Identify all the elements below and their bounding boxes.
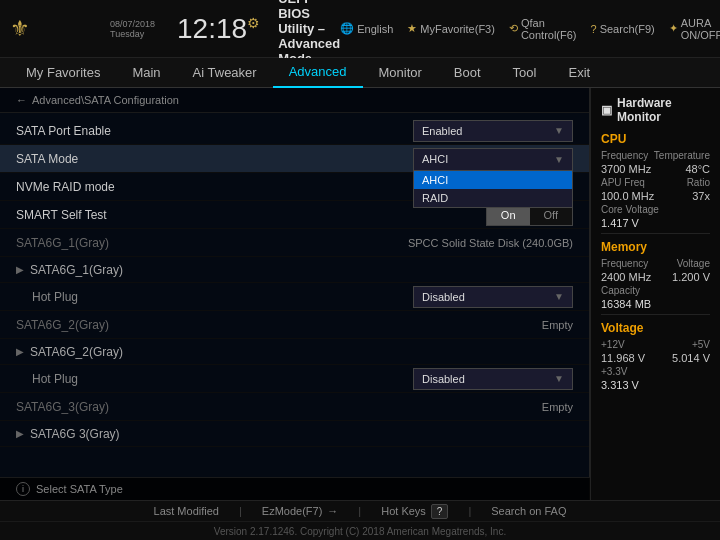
hw-33v-value-row: 3.313 V: [601, 379, 710, 391]
nav-tool[interactable]: Tool: [497, 58, 553, 88]
hot-plug-1-arrow-icon: ▼: [554, 291, 564, 302]
sata6g2-static-row: SATA6G_2(Gray) Empty: [0, 311, 589, 339]
hw-core-voltage-label-row: Core Voltage: [601, 204, 710, 215]
hw-cpu-freq-temp-labels: Frequency Temperature: [601, 150, 710, 161]
hw-33v-label-row: +3.3V: [601, 366, 710, 377]
hot-plug-2-dropdown[interactable]: Disabled ▼: [413, 368, 573, 390]
hot-plug-1-value: Disabled: [422, 291, 465, 303]
favorites-icon: ★: [407, 22, 417, 35]
footer-hotkeys[interactable]: Hot Keys ?: [381, 504, 448, 519]
search-tool[interactable]: ? Search(F9): [591, 23, 655, 35]
sata-dropdown-arrow-icon: ▼: [554, 154, 564, 165]
language-selector[interactable]: 🌐 English: [340, 22, 393, 35]
header-tools: 🌐 English ★ MyFavorite(F3) ⟲ Qfan Contro…: [340, 17, 720, 41]
hotkeys-label: Hot Keys: [381, 505, 426, 517]
aura-tool[interactable]: ✦ AURA ON/OFF(F4): [669, 17, 720, 41]
hw-mem-capacity-value: 16384 MB: [601, 298, 651, 310]
hot-plug-1-label: Hot Plug: [16, 290, 393, 304]
language-icon: 🌐: [340, 22, 354, 35]
info-text: Select SATA Type: [36, 483, 123, 495]
hw-core-voltage-value: 1.417 V: [601, 217, 639, 229]
sata6g2-info: Empty: [542, 319, 573, 331]
nav-ai-tweaker[interactable]: Ai Tweaker: [177, 58, 273, 88]
sata-mode-dropdown-header[interactable]: AHCI ▼: [413, 148, 573, 170]
nav-main[interactable]: Main: [116, 58, 176, 88]
sata6g1-expand-row[interactable]: ▶ SATA6G_1(Gray): [0, 257, 589, 283]
hot-plug-1-control: Disabled ▼: [393, 286, 573, 308]
hot-plug-1-dropdown[interactable]: Disabled ▼: [413, 286, 573, 308]
qfan-control-tool[interactable]: ⟲ Qfan Control(F6): [509, 17, 577, 41]
hw-ratio-label: Ratio: [687, 177, 710, 188]
search-label: Search(F9): [600, 23, 655, 35]
expand-arrow-icon: ▶: [16, 264, 24, 275]
footer: Last Modified | EzMode(F7) → | Hot Keys …: [0, 500, 720, 540]
hw-12v-label: +12V: [601, 339, 625, 350]
footer-divider-1: |: [239, 505, 242, 517]
left-panel: ← Advanced\SATA Configuration SATA Port …: [0, 88, 590, 500]
hot-plug-2-value: Disabled: [422, 373, 465, 385]
hw-mem-freq-value: 2400 MHz: [601, 271, 651, 283]
back-arrow-icon[interactable]: ←: [16, 94, 27, 106]
hot-plug-2-label: Hot Plug: [16, 372, 393, 386]
favorites-label: MyFavorite(F3): [420, 23, 495, 35]
asus-logo-icon: ⚜: [10, 16, 30, 42]
hw-cpu-freq-value: 3700 MHz: [601, 163, 651, 175]
hw-5v-value: 5.014 V: [672, 352, 710, 364]
fan-icon: ⟲: [509, 22, 518, 35]
expand-3-arrow-icon: ▶: [16, 428, 24, 439]
sata6g3-expand-row[interactable]: ▶ SATA6G 3(Gray): [0, 421, 589, 447]
footer-search-faq[interactable]: Search on FAQ: [491, 505, 566, 517]
hw-voltage-title: Voltage: [601, 321, 710, 335]
hw-12v-5v-labels: +12V +5V: [601, 339, 710, 350]
hw-core-voltage-value-row: 1.417 V: [601, 217, 710, 229]
sata-mode-option-raid[interactable]: RAID: [414, 189, 572, 207]
info-circle-icon: i: [16, 482, 30, 496]
footer-divider-2: |: [358, 505, 361, 517]
hw-cpu-temp-value: 48°C: [685, 163, 710, 175]
nav-advanced[interactable]: Advanced: [273, 58, 363, 88]
smart-toggle-off[interactable]: Off: [530, 205, 572, 225]
sata-mode-label: SATA Mode: [16, 152, 393, 166]
nav-exit[interactable]: Exit: [552, 58, 606, 88]
nav-my-favorites[interactable]: My Favorites: [10, 58, 116, 88]
search-icon: ?: [591, 23, 597, 35]
info-bar: i Select SATA Type: [0, 477, 590, 500]
sata-mode-control: AHCI ▼ AHCI RAID: [393, 148, 573, 170]
aura-label: AURA ON/OFF(F4): [681, 17, 720, 41]
sata6g3-expand-label: SATA6G 3(Gray): [30, 427, 120, 441]
hw-33v-label: +3.3V: [601, 366, 627, 377]
footer-ezmode[interactable]: EzMode(F7) →: [262, 505, 339, 517]
sata-mode-dropdown-container: AHCI ▼ AHCI RAID: [413, 148, 573, 170]
hw-apu-freq-label: APU Freq: [601, 177, 645, 188]
date-display: 08/07/2018 Tuesday: [110, 19, 155, 39]
nav-bar: My Favorites Main Ai Tweaker Advanced Mo…: [0, 58, 720, 88]
hot-plug-1-row: Hot Plug Disabled ▼: [0, 283, 589, 311]
hw-mem-volt-label: Voltage: [677, 258, 710, 269]
sata6g2-expand-row[interactable]: ▶ SATA6G_2(Gray): [0, 339, 589, 365]
smart-toggle-on[interactable]: On: [487, 205, 530, 225]
hw-mem-volt-value: 1.200 V: [672, 271, 710, 283]
sata-port-enable-dropdown[interactable]: Enabled ▼: [413, 120, 573, 142]
sata6g1-static-label: SATA6G_1(Gray): [16, 236, 393, 250]
hot-plug-2-arrow-icon: ▼: [554, 373, 564, 384]
hardware-monitor-panel: ▣ Hardware Monitor CPU Frequency Tempera…: [590, 88, 720, 500]
nav-monitor[interactable]: Monitor: [363, 58, 438, 88]
last-modified-label: Last Modified: [154, 505, 219, 517]
hw-12v-5v-values: 11.968 V 5.014 V: [601, 352, 710, 364]
search-faq-label: Search on FAQ: [491, 505, 566, 517]
logo-area: ⚜: [10, 16, 110, 42]
nav-boot[interactable]: Boot: [438, 58, 497, 88]
hw-mem-freq-label: Frequency: [601, 258, 648, 269]
dropdown-arrow-icon: ▼: [554, 125, 564, 136]
clock-settings-icon[interactable]: ⚙: [247, 14, 260, 30]
header: ⚜ 08/07/2018 Tuesday 12:18⚙ UEFI BIOS Ut…: [0, 0, 720, 58]
my-favorites-tool[interactable]: ★ MyFavorite(F3): [407, 22, 495, 35]
sata6g3-static-row: SATA6G_3(Gray) Empty: [0, 393, 589, 421]
hw-divider-2: [601, 314, 710, 315]
sata6g2-static-label: SATA6G_2(Gray): [16, 318, 393, 332]
breadcrumb-path: Advanced\SATA Configuration: [32, 94, 179, 106]
sata-port-enable-label: SATA Port Enable: [16, 124, 393, 138]
sata-mode-option-ahci[interactable]: AHCI: [414, 171, 572, 189]
hot-plug-2-row: Hot Plug Disabled ▼: [0, 365, 589, 393]
smart-self-test-label: SMART Self Test: [16, 208, 393, 222]
